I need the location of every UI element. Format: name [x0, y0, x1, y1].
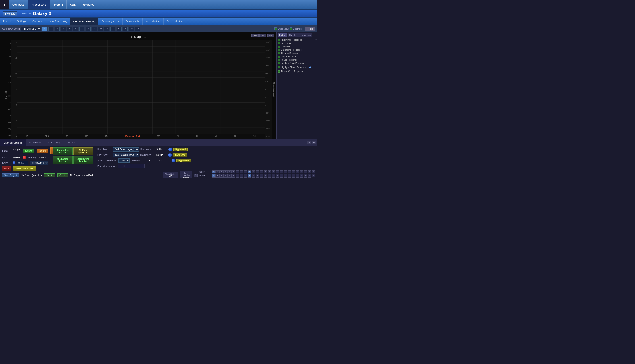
- select-h[interactable]: H: [244, 170, 248, 174]
- parametric-response-item[interactable]: Parametric Response ?: [278, 38, 316, 42]
- channel-btn-15[interactable]: 15: [129, 26, 134, 31]
- delay-unit-select[interactable]: milliseconds samples meters feet: [30, 161, 48, 165]
- select-5[interactable]: 5: [268, 170, 271, 174]
- isolate-arrow2[interactable]: >: [248, 174, 252, 177]
- nav-processors[interactable]: Processors: [28, 0, 50, 9]
- select-1[interactable]: 1: [252, 170, 256, 174]
- select-4[interactable]: 4: [264, 170, 267, 174]
- isolate-b[interactable]: B: [220, 174, 224, 177]
- select-arrow[interactable]: >: [212, 170, 216, 174]
- parametric-help-icon[interactable]: ?: [316, 39, 316, 41]
- select-arrow2[interactable]: >: [248, 170, 252, 174]
- help-button[interactable]: Help: [305, 27, 315, 31]
- hp-freq-indicator[interactable]: [168, 148, 172, 151]
- channel-settings-tab[interactable]: Channel Settings: [0, 139, 26, 146]
- lg-button[interactable]: LG: [267, 34, 274, 38]
- low-pass-type-select[interactable]: Low Pass (Legacy): [113, 153, 139, 157]
- isolate-15[interactable]: 15: [308, 174, 311, 177]
- tab-project[interactable]: Project: [0, 18, 14, 25]
- channel-btn-11[interactable]: 11: [104, 26, 109, 31]
- phase-response-item[interactable]: Phase Response: [278, 58, 316, 62]
- all-pass-bypassed-btn[interactable]: All PassBypassed: [74, 147, 93, 155]
- link-l21[interactable]: L: [292, 178, 295, 178]
- select-7[interactable]: 7: [276, 170, 279, 174]
- dual-view-checkbox[interactable]: Dual View: [274, 28, 288, 30]
- response-tab[interactable]: Response: [299, 33, 312, 37]
- isolate-5[interactable]: 5: [268, 174, 271, 177]
- isolate-12[interactable]: 12: [296, 174, 299, 177]
- link-l16[interactable]: L: [272, 178, 275, 178]
- link-l11[interactable]: L: [252, 178, 256, 178]
- atmos-corr-item[interactable]: Atmos. Corr. Response: [278, 70, 316, 73]
- tab-settings[interactable]: Settings: [14, 18, 29, 25]
- tab-output-processing[interactable]: Output Processing: [70, 18, 98, 25]
- select-16[interactable]: 16: [312, 170, 315, 174]
- parametric-enabled-btn[interactable]: ParametricEnabled: [53, 147, 72, 155]
- link-l17[interactable]: L: [276, 178, 279, 178]
- delay-indicator[interactable]: [13, 161, 15, 165]
- link-l2[interactable]: L: [216, 178, 220, 178]
- lp-freq-indicator[interactable]: [168, 153, 172, 157]
- u-shaping-tab[interactable]: U-Shaping: [45, 139, 64, 146]
- iso-button[interactable]: Iso: [260, 34, 266, 38]
- select-a[interactable]: A: [216, 170, 220, 174]
- link-l9[interactable]: L: [244, 178, 248, 178]
- channel-btn-7[interactable]: 7: [80, 26, 84, 31]
- highlight-gain-item[interactable]: Highlight Gain Response: [278, 62, 316, 65]
- inventory-button[interactable]: Inventory: [3, 11, 18, 16]
- matrix-help-icon[interactable]: ?: [194, 174, 198, 177]
- isolate-g[interactable]: G: [240, 174, 244, 177]
- channel-btn-8[interactable]: 8: [86, 26, 90, 31]
- all-pass-item[interactable]: All Pass Response: [278, 52, 316, 55]
- link-l18[interactable]: L: [280, 178, 283, 178]
- link-l[interactable]: L: [212, 178, 216, 178]
- select-10[interactable]: 10: [288, 170, 291, 174]
- highlight-phase-item[interactable]: Highlight Phase Response ◄: [278, 65, 316, 70]
- isolate-11[interactable]: 11: [292, 174, 295, 177]
- link-l23[interactable]: L: [300, 178, 303, 178]
- link-l10[interactable]: L: [248, 178, 252, 178]
- link-l5[interactable]: L: [228, 178, 232, 178]
- link-l22[interactable]: L: [296, 178, 299, 178]
- link-l20[interactable]: L: [288, 178, 291, 178]
- all-pass-tab[interactable]: All Pass: [64, 139, 80, 146]
- select-d[interactable]: D: [228, 170, 232, 174]
- isolate-4[interactable]: 4: [264, 174, 267, 177]
- link-l4[interactable]: L: [224, 178, 228, 178]
- tab-input-processing[interactable]: Input Processing: [46, 18, 70, 25]
- select-b[interactable]: B: [220, 170, 224, 174]
- isolate-7[interactable]: 7: [276, 174, 279, 177]
- low-pass-bypassed-btn[interactable]: Bypassed: [173, 153, 188, 157]
- channel-btn-9[interactable]: 9: [92, 26, 97, 31]
- isolate-10[interactable]: 10: [288, 174, 291, 177]
- link-l25[interactable]: L: [308, 178, 311, 178]
- select-14[interactable]: 14: [304, 170, 307, 174]
- channel-select[interactable]: 1: Output 1: [21, 26, 41, 31]
- select-15[interactable]: 15: [308, 170, 311, 174]
- select-g[interactable]: G: [240, 170, 244, 174]
- equalization-enabled-btn[interactable]: EqualizationEnabled: [74, 156, 93, 164]
- select-6[interactable]: 6: [272, 170, 275, 174]
- isolate-2[interactable]: 2: [256, 174, 260, 177]
- create-button[interactable]: Create: [57, 174, 68, 177]
- isolate-h[interactable]: H: [244, 174, 248, 177]
- channel-btn-1[interactable]: 1: [42, 26, 47, 31]
- tab-delay-matrix[interactable]: Delay Matrix: [122, 18, 142, 25]
- link-l3[interactable]: L: [220, 178, 224, 178]
- link-l19[interactable]: L: [284, 178, 287, 178]
- tab-overview[interactable]: Overview: [29, 18, 46, 25]
- channel-btn-12[interactable]: 12: [110, 26, 115, 31]
- link-l6[interactable]: L: [232, 178, 236, 178]
- atmos-value-select[interactable]: 10%: [118, 158, 130, 163]
- atmos-bypassed-btn[interactable]: Bypassed: [176, 159, 191, 162]
- isolate-13[interactable]: 13: [300, 174, 303, 177]
- isolate-e[interactable]: E: [232, 174, 236, 177]
- link-l15[interactable]: L: [268, 178, 271, 178]
- tab-output-masters[interactable]: Output Masters: [164, 18, 186, 25]
- select-13[interactable]: 13: [300, 170, 303, 174]
- select-8[interactable]: 8: [280, 170, 283, 174]
- save-project-button[interactable]: Save Project: [2, 174, 19, 177]
- nav-system[interactable]: System: [50, 0, 66, 9]
- high-pass-bypassed-btn[interactable]: Bypassed: [173, 148, 188, 151]
- isolate-f[interactable]: F: [236, 174, 240, 177]
